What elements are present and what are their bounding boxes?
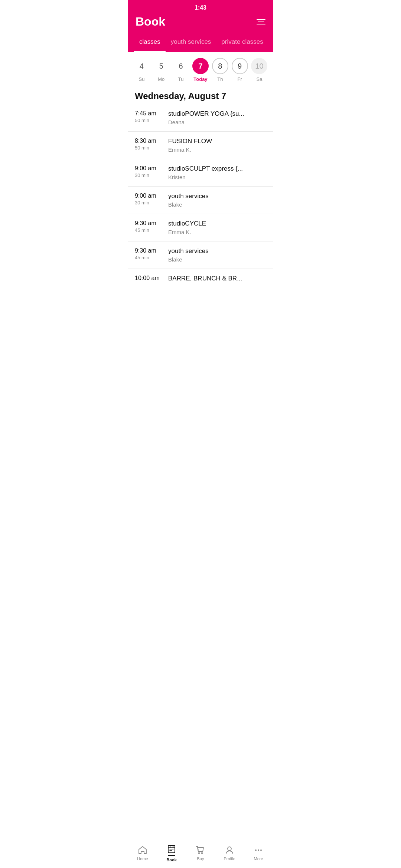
cal-day-10[interactable]: 10 Sa — [250, 58, 268, 82]
nav-book[interactable]: Book — [157, 844, 186, 862]
profile-icon — [225, 845, 234, 855]
class-item-5[interactable]: 9:30 am 45 min studioCYCLE Emma K. — [128, 214, 273, 241]
cal-num[interactable]: 6 — [173, 58, 189, 74]
date-heading: Wednesday, August 7 — [128, 86, 273, 104]
class-info: studioCYCLE Emma K. — [168, 220, 266, 235]
cal-label: Today — [193, 76, 207, 82]
class-time: 8:30 am 50 min — [135, 138, 168, 151]
buy-icon — [196, 845, 205, 855]
svg-point-7 — [258, 849, 259, 851]
class-item-4[interactable]: 9:00 am 30 min youth services Blake — [128, 187, 273, 214]
class-info: studioPOWER YOGA {su... Deana — [168, 110, 266, 125]
class-instructor: Emma K. — [168, 229, 266, 235]
home-icon — [138, 845, 147, 855]
cal-num[interactable]: 5 — [153, 58, 169, 74]
class-name: studioSCULPT express {... — [168, 165, 266, 172]
svg-point-8 — [260, 849, 262, 851]
class-item-3[interactable]: 9:00 am 30 min studioSCULPT express {...… — [128, 159, 273, 187]
more-icon — [254, 845, 263, 855]
cal-day-4[interactable]: 4 Su — [133, 58, 150, 82]
page-title: Book — [136, 15, 165, 29]
nav-home-label: Home — [137, 857, 148, 861]
nav-more[interactable]: More — [244, 845, 273, 861]
header: 1:43 Book classes youth services private… — [128, 0, 273, 52]
nav-book-label: Book — [166, 858, 177, 862]
cal-label: Fr — [238, 76, 242, 82]
nav-more-label: More — [254, 857, 263, 861]
bottom-nav: Home Book Buy — [128, 841, 273, 868]
class-time: 7:45 am 50 min — [135, 110, 168, 123]
class-item-1[interactable]: 7:45 am 50 min studioPOWER YOGA {su... D… — [128, 104, 273, 132]
class-info: studioSCULPT express {... Kristen — [168, 165, 266, 180]
time-duration: 45 min — [135, 227, 168, 233]
nav-profile[interactable]: Profile — [215, 845, 244, 861]
cal-num[interactable]: 10 — [251, 58, 267, 74]
time-duration: 30 min — [135, 172, 168, 178]
time-main: 9:30 am — [135, 247, 168, 254]
class-time: 9:00 am 30 min — [135, 193, 168, 206]
book-icon-wrap — [167, 844, 176, 856]
nav-buy-label: Buy — [197, 857, 204, 861]
class-item-6[interactable]: 9:30 am 45 min youth services Blake — [128, 241, 273, 269]
svg-rect-1 — [170, 846, 170, 848]
time-duration: 30 min — [135, 200, 168, 206]
cal-label: Th — [217, 76, 223, 82]
tab-private-classes[interactable]: private classes — [216, 34, 268, 52]
class-instructor: Emma K. — [168, 147, 266, 153]
cal-day-8[interactable]: 8 Th — [211, 58, 229, 82]
cal-num[interactable]: 8 — [212, 58, 228, 74]
class-name: FUSION FLOW — [168, 138, 266, 145]
nav-home[interactable]: Home — [128, 845, 157, 861]
cal-label: Tu — [178, 76, 184, 82]
time-main: 10:00 am — [135, 275, 168, 282]
class-time: 9:00 am 30 min — [135, 165, 168, 178]
time-main: 9:00 am — [135, 193, 168, 199]
cal-label: Mo — [158, 76, 164, 82]
time-main: 9:30 am — [135, 220, 168, 227]
cal-num[interactable]: 9 — [232, 58, 248, 74]
class-instructor: Blake — [168, 256, 266, 263]
svg-point-5 — [228, 847, 231, 851]
class-name: youth services — [168, 193, 266, 200]
class-info: youth services Blake — [168, 193, 266, 208]
cal-day-6[interactable]: 6 Tu — [172, 58, 190, 82]
class-instructor: Kristen — [168, 174, 266, 180]
tab-classes[interactable]: classes — [134, 34, 166, 52]
cal-num[interactable]: 7 — [192, 58, 209, 74]
nav-buy[interactable]: Buy — [186, 845, 215, 861]
time-duration: 45 min — [135, 255, 168, 260]
cal-day-5[interactable]: 5 Mo — [152, 58, 170, 82]
cal-day-9[interactable]: 9 Fr — [231, 58, 249, 82]
time-duration: 50 min — [135, 118, 168, 123]
time-main: 9:00 am — [135, 165, 168, 172]
class-info: BARRE, BRUNCH & BR... — [168, 275, 266, 284]
svg-point-4 — [202, 853, 203, 854]
svg-point-6 — [255, 849, 257, 851]
class-name: studioCYCLE — [168, 220, 266, 227]
svg-rect-2 — [173, 846, 173, 848]
time-main: 8:30 am — [135, 138, 168, 144]
status-bar: 1:43 — [128, 0, 273, 11]
class-item-7[interactable]: 10:00 am BARRE, BRUNCH & BR... — [128, 269, 273, 290]
cal-day-7-today[interactable]: 7 Today — [192, 58, 209, 82]
header-row: Book — [128, 11, 273, 34]
class-time: 9:30 am 45 min — [135, 247, 168, 260]
cal-label: Su — [138, 76, 144, 82]
svg-point-3 — [199, 853, 200, 854]
cal-label: Sa — [257, 76, 263, 82]
tab-community[interactable]: com... — [268, 34, 273, 52]
time-main: 7:45 am — [135, 110, 168, 117]
class-instructor: Deana — [168, 119, 266, 125]
class-info: FUSION FLOW Emma K. — [168, 138, 266, 153]
class-item-2[interactable]: 8:30 am 50 min FUSION FLOW Emma K. — [128, 132, 273, 159]
nav-profile-label: Profile — [224, 857, 235, 861]
class-name: BARRE, BRUNCH & BR... — [168, 275, 266, 282]
status-time: 1:43 — [195, 4, 206, 11]
class-name: youth services — [168, 247, 266, 255]
cal-num[interactable]: 4 — [133, 58, 150, 74]
class-info: youth services Blake — [168, 247, 266, 263]
tab-youth-services[interactable]: youth services — [166, 34, 216, 52]
date-picker: 4 Su 5 Mo 6 Tu 7 Today 8 Th 9 Fr 10 Sa — [128, 52, 273, 86]
filter-button[interactable] — [257, 19, 265, 24]
category-tabs: classes youth services private classes c… — [128, 34, 273, 52]
